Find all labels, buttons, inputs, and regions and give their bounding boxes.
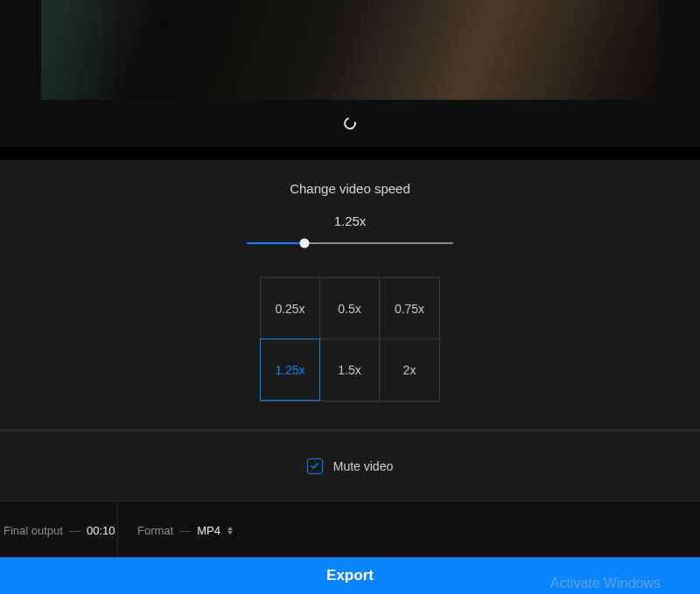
format-label: Format: [137, 524, 173, 537]
speed-controls: Change video speed 1.25x 0.25x0.5x0.75x1…: [0, 160, 700, 430]
speed-title: Change video speed: [290, 181, 410, 196]
slider-thumb[interactable]: [300, 239, 310, 248]
video-frame[interactable]: [41, 0, 659, 100]
loading-row: [0, 100, 700, 147]
final-output-label: Final output: [4, 524, 63, 537]
speed-preset-0-25x[interactable]: 0.25x: [261, 278, 320, 339]
speed-slider[interactable]: [247, 235, 453, 251]
speed-preset-grid: 0.25x0.5x0.75x1.25x1.5x2x: [260, 277, 440, 402]
separator: [0, 147, 700, 160]
speed-preset-1-5x[interactable]: 1.5x: [320, 339, 380, 401]
dash-icon: —: [179, 524, 191, 537]
final-output-cell: Final output — 00:10: [0, 501, 118, 559]
mute-checkbox[interactable]: [307, 458, 323, 474]
loading-spinner-icon: [341, 115, 358, 131]
final-output-duration: 00:10: [87, 524, 116, 537]
speed-preset-2x[interactable]: 2x: [380, 339, 439, 401]
format-select[interactable]: MP4: [197, 524, 233, 537]
speed-preset-0-5x[interactable]: 0.5x: [320, 278, 380, 339]
info-bar: Final output — 00:10 Format — MP4: [0, 500, 700, 559]
export-label: Export: [326, 567, 374, 584]
mute-row: Mute video: [0, 430, 700, 500]
video-preview-area: [0, 0, 700, 100]
slider-fill: [247, 242, 304, 244]
speed-preset-1-25x[interactable]: 1.25x: [260, 339, 320, 401]
export-button[interactable]: Export: [0, 557, 700, 594]
format-value: MP4: [197, 524, 220, 537]
check-icon: [310, 461, 319, 471]
format-cell: Format — MP4: [118, 501, 233, 559]
speed-current-value: 1.25x: [334, 213, 367, 228]
dash-icon: —: [69, 524, 80, 537]
mute-label: Mute video: [333, 459, 393, 473]
speed-preset-0-75x[interactable]: 0.75x: [380, 278, 439, 339]
stepper-icon: [228, 527, 233, 535]
